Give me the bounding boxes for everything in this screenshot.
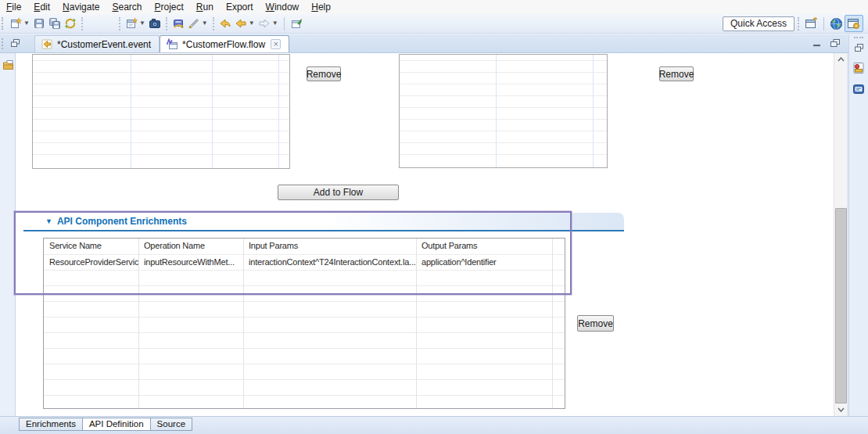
remove-button-top-left[interactable]: Remove [307,66,341,81]
enrichments-table-row[interactable]: ResourceProviderService inputResourceWit… [44,255,565,271]
new-file-dropdown-caret[interactable]: ▼ [23,20,30,27]
menu-window[interactable]: Window [260,1,306,14]
col-header-service-name[interactable]: Service Name [44,239,138,255]
col-header-output-params[interactable]: Output Params [416,239,552,255]
bottom-tab-enrichments[interactable]: Enrichments [19,418,83,431]
new-wizard-dropdown-caret[interactable]: ▼ [139,20,145,27]
toolbar-drag-handle[interactable] [2,17,5,30]
menu-search[interactable]: Search [106,1,148,14]
api-component-enrichments-section-header[interactable]: ▼ API Component Enrichments [23,213,624,231]
col-header-operation-name[interactable]: Operation Name [138,239,243,255]
tab-label: *CustomerEvent.event [57,39,151,50]
toolbar-separator [213,17,214,30]
menu-file[interactable]: File [0,1,27,14]
scrollbar-thumb[interactable] [835,208,847,404]
open-new-window-icon [290,17,303,30]
input-mappings-table[interactable] [32,54,290,169]
restore-pane-icon[interactable] [10,37,20,51]
new-file-button[interactable]: ▼ [8,16,31,31]
save-icon [33,17,45,30]
minimize-view-icon[interactable] [812,37,822,51]
cell-input-params[interactable]: interactionContext^T24InteractionContext… [243,255,416,271]
generate-icon [172,17,185,30]
enrichments-table[interactable]: Service Name Operation Name Input Params… [43,238,565,409]
cell-output-params[interactable]: application^Identifier [416,255,552,271]
toolbar-separator [823,17,824,30]
right-view-trim [848,34,868,416]
menu-project[interactable]: Project [148,1,189,14]
section-title: API Component Enrichments [57,216,187,227]
quick-access-button[interactable]: Quick Access [723,16,794,31]
table-rows [400,55,607,167]
active-perspective-icon [847,17,861,30]
remove-button-enrichments[interactable]: Remove [577,315,614,332]
trim-drag-handle[interactable] [854,37,863,38]
back-history-icon [219,17,231,30]
save-all-button[interactable] [47,16,63,31]
menu-edit[interactable]: Edit [27,1,56,14]
save-all-icon [48,17,61,30]
tabbar-drag-handle[interactable] [2,38,5,49]
toolbar-separator [284,17,285,30]
bottom-tab-api-definition[interactable]: API Definition [83,418,151,431]
table-rows [33,55,289,168]
editor-tab-bar: *CustomerEvent.event *CustomerFlow.flow … [0,34,868,53]
toolbar-separator [798,17,799,30]
toolbar-separator [166,17,167,30]
flow-icon [166,38,178,50]
add-to-flow-button[interactable]: Add to Flow [278,185,399,200]
toolbar-separator [81,17,83,30]
back-history-button[interactable] [217,16,233,31]
tab-customerevent[interactable]: *CustomerEvent.event [34,35,160,52]
back-dropdown-caret[interactable]: ▼ [249,20,255,27]
pen-dropdown-caret[interactable]: ▼ [202,20,208,27]
menu-run[interactable]: Run [190,1,220,14]
menu-bar: File Edit Navigate Search Project Run Ex… [0,0,868,14]
tab-label: *CustomerFlow.flow [182,39,265,50]
toolbar-separator [119,17,120,30]
active-perspective-button[interactable] [845,15,863,32]
tab-close-icon[interactable]: × [271,39,281,49]
output-mappings-table[interactable] [399,54,608,168]
bottom-tab-bar: Enrichments API Definition Source [0,416,868,434]
restore-pane-icon[interactable] [854,41,864,56]
eclipse-window: File Edit Navigate Search Project Run Ex… [0,0,868,434]
cell-operation-name[interactable]: inputResourceWithMet... [138,255,243,271]
pen-button[interactable]: ▼ [186,16,210,31]
menu-help[interactable]: Help [305,1,337,14]
web-browser-button[interactable] [828,16,845,32]
vertical-scrollbar[interactable] [834,53,847,416]
editor-right-edge [847,53,848,416]
cell-service-name[interactable]: ResourceProviderService [44,255,138,271]
project-explorer-folder-icon[interactable] [2,59,15,74]
menu-export[interactable]: Export [220,1,260,14]
tab-customerflow[interactable]: *CustomerFlow.flow × [160,35,289,52]
save-button[interactable] [31,16,47,31]
console-view-icon[interactable] [852,84,865,99]
camera-button[interactable] [147,16,163,31]
maximize-view-icon[interactable] [830,37,841,51]
generate-button[interactable] [170,16,186,31]
globe-icon [830,17,843,30]
back-button[interactable]: ▼ [233,16,256,31]
palette-view-icon[interactable] [852,62,865,77]
bottom-tab-source[interactable]: Source [151,418,192,431]
col-header-extra [552,239,565,255]
open-perspective-button[interactable] [802,16,820,31]
remove-button-top-right[interactable]: Remove [659,66,694,81]
scroll-down-button[interactable] [834,404,848,416]
scroll-up-button[interactable] [834,53,848,66]
open-new-window-button[interactable] [289,16,304,31]
forward-button[interactable]: ▼ [256,16,280,31]
col-header-input-params[interactable]: Input Params [243,239,416,255]
section-collapse-icon[interactable]: ▼ [45,217,52,225]
new-wizard-button[interactable]: ▼ [124,16,147,31]
forward-icon [258,17,271,30]
new-file-icon [9,17,22,30]
view-controls [805,37,841,51]
enrichments-empty-rows[interactable] [44,271,565,408]
refresh-button[interactable] [63,16,78,31]
forward-dropdown-caret[interactable]: ▼ [272,20,278,27]
menu-navigate[interactable]: Navigate [56,1,106,14]
refresh-icon [64,17,77,30]
